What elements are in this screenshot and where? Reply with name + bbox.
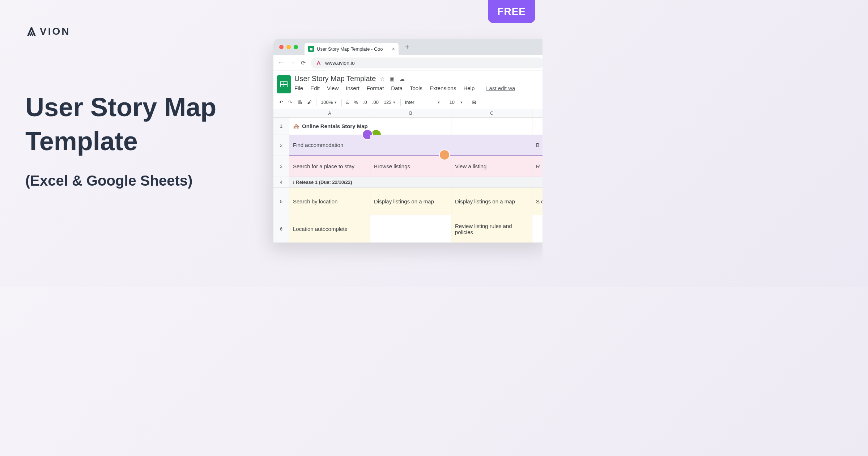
sheets-favicon-icon: ▦ <box>308 46 314 52</box>
sheet-row-1: 1 🏘️ Online Rentals Story Map <box>273 118 542 135</box>
spreadsheet-grid: A B C 1 🏘️ Online Rentals Story Map 2 Fi… <box>273 109 542 243</box>
row-header-2[interactable]: 2 <box>273 135 289 156</box>
cell-d6[interactable] <box>532 215 542 242</box>
hero-title-line1: User Story Map <box>25 90 216 124</box>
row-header-1[interactable]: 1 <box>273 118 289 135</box>
menu-bar: File Edit View Insert Format Data Tools … <box>294 85 542 91</box>
cell-c6[interactable]: Review listing rules and policies <box>451 215 532 242</box>
menu-edit[interactable]: Edit <box>310 85 320 91</box>
paint-format-button[interactable]: 🖌 <box>305 98 314 106</box>
move-icon[interactable]: ▣ <box>390 76 395 82</box>
sheets-app-icon[interactable] <box>277 75 291 93</box>
menu-view[interactable]: View <box>327 85 339 91</box>
cell-c1[interactable] <box>451 118 532 135</box>
hero-text: User Story Map Template (Excel & Google … <box>25 90 216 189</box>
browser-tab[interactable]: ▦ User Story Map Template - Goo × <box>305 43 399 55</box>
cell-a2[interactable]: Find accommodation <box>289 135 370 156</box>
number-format-select[interactable]: 123▼ <box>382 98 398 106</box>
col-header-b[interactable]: B <box>370 109 451 117</box>
url-text: www.avion.io <box>325 60 355 66</box>
undo-button[interactable]: ↶ <box>277 98 285 106</box>
cell-d5[interactable]: S d <box>532 188 542 215</box>
avion-logo-mark <box>25 25 38 38</box>
sheet-row-6: 6 Location autocomplete Review listing r… <box>273 215 542 243</box>
url-field[interactable]: www.avion.io <box>311 58 542 68</box>
cell-c5[interactable]: Display listings on a map <box>451 188 532 215</box>
sheet-row-4: 4 ↓ Release 1 (Due: 22/10/22) <box>273 177 542 188</box>
cell-b6[interactable] <box>370 215 451 242</box>
row-header-3[interactable]: 3 <box>273 156 289 177</box>
minimize-window-button[interactable] <box>286 45 291 49</box>
print-button[interactable]: 🖶 <box>295 98 304 106</box>
redo-button[interactable]: ↷ <box>286 98 294 106</box>
toolbar-separator <box>468 99 468 106</box>
site-icon <box>316 60 322 66</box>
tab-title: User Story Map Template - Goo <box>317 46 383 52</box>
free-badge: FREE <box>488 0 535 23</box>
menu-help[interactable]: Help <box>463 85 475 91</box>
decrease-decimal-button[interactable]: .0 <box>361 98 369 106</box>
forward-button[interactable]: → <box>289 59 296 67</box>
toolbar-separator <box>341 99 342 106</box>
row-header-5[interactable]: 5 <box>273 188 289 215</box>
avion-logo-text: VION <box>40 26 70 37</box>
row-header-4[interactable]: 4 <box>273 177 289 187</box>
cell-c3[interactable]: View a listing <box>451 156 532 177</box>
col-header-c[interactable]: C <box>451 109 532 117</box>
close-tab-icon[interactable]: × <box>392 46 395 52</box>
cell-b3[interactable]: Browse listings <box>370 156 451 177</box>
col-header-a[interactable]: A <box>289 109 370 117</box>
select-all-cell[interactable] <box>273 109 289 117</box>
toolbar: ↶ ↷ 🖶 🖌 100% ▼ £ % .0 .00 123▼ Inter▼ 10… <box>273 96 542 109</box>
menu-tools[interactable]: Tools <box>410 85 422 91</box>
cell-d2[interactable]: B <box>532 135 542 156</box>
cell-b5[interactable]: Display listings on a map <box>370 188 451 215</box>
toolbar-separator <box>445 99 445 106</box>
sheets-header: User Story Map Template ☆ ▣ ☁ File Edit … <box>273 71 542 96</box>
traffic-lights <box>279 45 298 49</box>
close-window-button[interactable] <box>279 45 284 49</box>
font-select[interactable]: Inter▼ <box>403 98 443 106</box>
menu-insert[interactable]: Insert <box>346 85 359 91</box>
avion-logo: VION <box>25 25 70 38</box>
menu-file[interactable]: File <box>294 85 303 91</box>
emoji-icon: 🏘️ <box>293 123 300 130</box>
cell-a5[interactable]: Search by location <box>289 188 370 215</box>
release-row[interactable]: ↓ Release 1 (Due: 22/10/22) <box>289 177 542 187</box>
cell-c2[interactable] <box>451 135 532 156</box>
bold-button[interactable]: B <box>470 98 478 107</box>
currency-button[interactable]: £ <box>344 98 351 106</box>
percent-button[interactable]: % <box>352 98 360 106</box>
tab-bar: ▦ User Story Map Template - Goo × + <box>273 39 542 55</box>
hero-title-line2: Template <box>25 124 216 159</box>
sheet-row-5: 5 Search by location Display listings on… <box>273 188 542 215</box>
hero-subtitle: (Excel & Google Sheets) <box>25 173 216 189</box>
maximize-window-button[interactable] <box>294 45 298 49</box>
increase-decimal-button[interactable]: .00 <box>370 98 381 106</box>
last-edit-link[interactable]: Last edit wa <box>486 85 515 91</box>
cloud-icon[interactable]: ☁ <box>400 76 405 82</box>
toolbar-separator <box>316 99 316 106</box>
back-button[interactable]: ← <box>278 59 284 67</box>
address-bar: ← → ⟳ www.avion.io <box>273 55 542 71</box>
menu-format[interactable]: Format <box>367 85 384 91</box>
new-tab-button[interactable]: + <box>405 43 409 51</box>
sheet-row-3: 3 Search for a place to stay Browse list… <box>273 156 542 177</box>
story-map-title: Online Rentals Story Map <box>302 123 368 129</box>
doc-title[interactable]: User Story Map Template <box>294 75 376 83</box>
reload-button[interactable]: ⟳ <box>301 59 306 66</box>
menu-data[interactable]: Data <box>391 85 403 91</box>
cell-d3[interactable]: R <box>532 156 542 177</box>
row-header-6[interactable]: 6 <box>273 215 289 242</box>
menu-extensions[interactable]: Extensions <box>430 85 456 91</box>
toolbar-separator <box>400 99 401 106</box>
zoom-select[interactable]: 100% ▼ <box>319 98 339 106</box>
font-size-select[interactable]: 10▼ <box>447 98 465 106</box>
column-headers: A B C <box>273 109 542 118</box>
avatar-icon <box>439 149 450 160</box>
star-icon[interactable]: ☆ <box>380 76 385 82</box>
cell-a3[interactable]: Search for a place to stay <box>289 156 370 177</box>
browser-window: ▦ User Story Map Template - Goo × + ← → … <box>273 39 542 243</box>
cell-a6[interactable]: Location autocomplete <box>289 215 370 242</box>
sheet-row-2: 2 Find accommodation B <box>273 135 542 156</box>
